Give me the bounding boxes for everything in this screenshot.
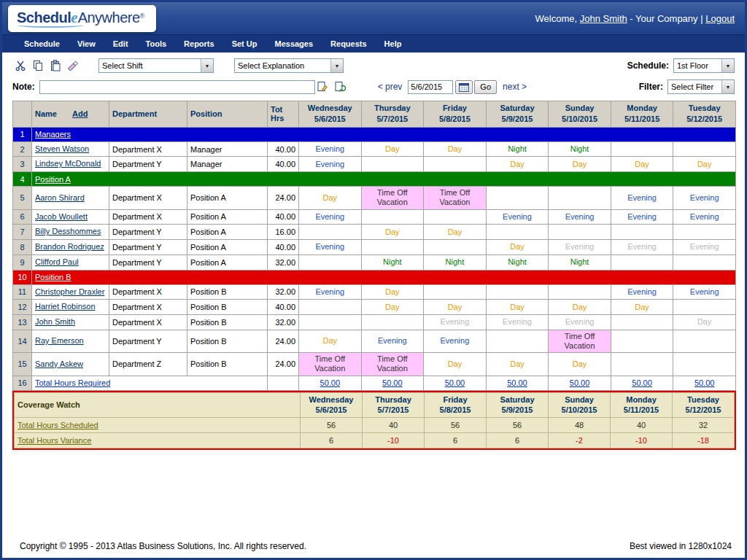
menu-item-schedule[interactable]: Schedule	[24, 39, 60, 48]
employee-link[interactable]: Christopher Draxler	[35, 287, 104, 296]
shift-cell[interactable]: Evening	[299, 141, 362, 157]
required-hours-link[interactable]: 50.00	[445, 378, 465, 387]
coverage-row-link[interactable]: Total Hours Scheduled	[18, 421, 98, 429]
shift-cell[interactable]: Night	[486, 254, 549, 270]
shift-cell[interactable]	[673, 330, 736, 352]
eraser-icon[interactable]	[65, 59, 80, 73]
shift-select[interactable]: Select Shift ▼	[98, 58, 214, 73]
shift-cell[interactable]	[486, 225, 549, 240]
employee-link[interactable]: Clifford Paul	[35, 257, 79, 266]
paste-icon[interactable]	[47, 59, 63, 73]
menu-item-help[interactable]: Help	[384, 39, 402, 48]
date-input[interactable]	[408, 80, 453, 94]
employee-link[interactable]: Billy Desshommes	[35, 227, 101, 236]
shift-cell[interactable]	[611, 330, 673, 352]
menu-item-messages[interactable]: Messages	[274, 39, 313, 48]
required-hours-link[interactable]: 50.00	[694, 378, 715, 387]
menu-item-tools[interactable]: Tools	[146, 39, 167, 48]
next-link[interactable]: next >	[503, 82, 527, 92]
calendar-icon[interactable]	[455, 80, 473, 94]
total-hours-required-link[interactable]: Total Hours Required	[35, 378, 110, 387]
employee-link[interactable]: Aaron Shirard	[35, 193, 85, 202]
employee-link[interactable]: Sandy Askew	[35, 359, 83, 368]
shift-cell[interactable]	[611, 141, 673, 157]
group-link[interactable]: Managers	[35, 130, 71, 139]
shift-cell[interactable]: Time Off Vacation	[361, 353, 424, 376]
shift-cell[interactable]: Day	[424, 141, 487, 157]
shift-cell[interactable]	[361, 240, 424, 255]
shift-cell[interactable]	[299, 254, 362, 270]
shift-cell[interactable]: Day	[361, 284, 424, 300]
user-link[interactable]: John Smith	[580, 13, 627, 24]
employee-link[interactable]: John Smith	[35, 317, 75, 326]
shift-cell[interactable]: Day	[549, 157, 611, 172]
shift-cell[interactable]	[424, 157, 487, 172]
shift-cell[interactable]: Evening	[299, 157, 362, 172]
shift-cell[interactable]: Day	[424, 300, 487, 315]
employee-link[interactable]: Brandon Rodriguez	[35, 242, 104, 251]
employee-link[interactable]: Lindsey McDonald	[35, 159, 101, 168]
shift-cell[interactable]: Evening	[549, 240, 611, 255]
shift-cell[interactable]: Time Off Vacation	[361, 187, 424, 209]
shift-cell[interactable]: Evening	[486, 209, 549, 225]
employee-link[interactable]: Jacob Woullett	[35, 212, 88, 221]
shift-cell[interactable]: Day	[424, 225, 487, 240]
shift-cell[interactable]: Day	[549, 300, 611, 315]
employee-link[interactable]: Ray Emerson	[35, 336, 84, 345]
shift-cell[interactable]	[611, 353, 673, 376]
required-hours-link[interactable]: 50.00	[382, 378, 403, 387]
shift-cell[interactable]: Evening	[673, 209, 736, 225]
shift-cell[interactable]	[549, 284, 611, 300]
shift-cell[interactable]: Evening	[299, 284, 362, 300]
logout-link[interactable]: Logout	[705, 13, 735, 24]
shift-cell[interactable]: Night	[486, 141, 549, 157]
shift-cell[interactable]: Night	[549, 254, 611, 270]
shift-cell[interactable]: Day	[673, 315, 736, 330]
shift-cell[interactable]: Day	[299, 187, 362, 209]
shift-cell[interactable]: Day	[673, 157, 736, 172]
shift-cell[interactable]	[549, 187, 611, 209]
menu-item-reports[interactable]: Reports	[184, 39, 214, 48]
shift-cell[interactable]	[424, 240, 487, 255]
shift-cell[interactable]	[361, 209, 424, 225]
note-input[interactable]	[39, 80, 315, 94]
required-hours-link[interactable]: 50.00	[632, 378, 652, 387]
shift-cell[interactable]: Night	[361, 254, 424, 270]
menu-item-requests[interactable]: Requests	[330, 39, 367, 48]
prev-link[interactable]: < prev	[378, 82, 403, 92]
shift-cell[interactable]: Night	[424, 254, 487, 270]
shift-cell[interactable]: Day	[424, 353, 487, 376]
edit-note-icon[interactable]	[315, 80, 330, 94]
shift-cell[interactable]: Day	[361, 141, 424, 157]
shift-cell[interactable]: Day	[486, 300, 549, 315]
shift-cell[interactable]: Evening	[611, 209, 673, 225]
menu-item-set-up[interactable]: Set Up	[232, 39, 258, 48]
group-link[interactable]: Position B	[35, 273, 71, 281]
shift-cell[interactable]: Evening	[549, 209, 611, 225]
employee-link[interactable]: Harriet Robinson	[35, 302, 96, 311]
employee-link[interactable]: Steven Watson	[35, 144, 89, 153]
shift-cell[interactable]: Day	[361, 225, 424, 240]
refresh-note-icon[interactable]	[333, 80, 348, 94]
shift-cell[interactable]	[486, 284, 549, 300]
shift-cell[interactable]: Evening	[611, 187, 673, 209]
shift-cell[interactable]	[673, 141, 736, 157]
required-hours-link[interactable]: 50.00	[507, 378, 527, 387]
shift-cell[interactable]: Evening	[611, 284, 673, 300]
shift-cell[interactable]: Evening	[673, 240, 736, 255]
cut-icon[interactable]	[12, 59, 28, 73]
add-link[interactable]: Add	[72, 109, 88, 118]
shift-cell[interactable]	[611, 315, 673, 330]
shift-cell[interactable]	[299, 315, 362, 330]
shift-cell[interactable]	[361, 157, 424, 172]
shift-cell[interactable]: Day	[549, 353, 611, 376]
menu-item-view[interactable]: View	[77, 39, 96, 48]
copy-icon[interactable]	[30, 59, 45, 73]
shift-cell[interactable]	[486, 187, 549, 209]
shift-cell[interactable]	[673, 353, 736, 376]
shift-cell[interactable]: Time Off Vacation	[549, 330, 611, 352]
shift-cell[interactable]	[611, 225, 673, 240]
shift-cell[interactable]: Evening	[611, 240, 673, 255]
explanation-select[interactable]: Select Explanation ▼	[234, 58, 344, 73]
shift-cell[interactable]: Evening	[673, 284, 736, 300]
